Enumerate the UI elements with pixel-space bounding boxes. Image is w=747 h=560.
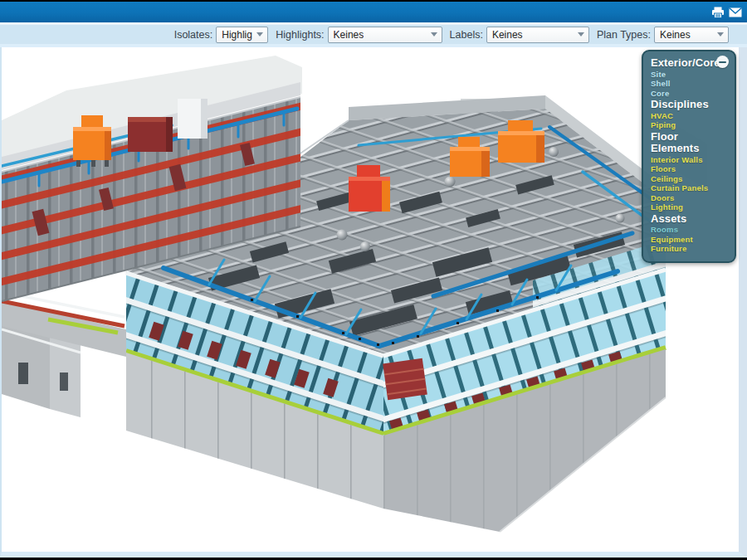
link-curtain-panels[interactable]: Curtain Panels — [651, 183, 727, 193]
plan-types-control: Plan Types: Keines — [597, 27, 729, 43]
white-penthouse — [178, 99, 208, 139]
category-panel: Exterior/Core Site Shell Core Discipline… — [642, 50, 736, 263]
link-floors[interactable]: Floors — [651, 164, 727, 174]
brick-core — [383, 358, 427, 400]
isolates-dropdown[interactable]: Highlight — [216, 27, 268, 43]
labels-dropdown[interactable]: Keines — [486, 27, 589, 43]
bim-viewer-window: Isolates: Highlight Highlights: Keines L… — [0, 0, 747, 560]
section-header-disciplines: Disciplines — [651, 99, 727, 111]
link-equipment[interactable]: Equipment — [651, 235, 727, 245]
collapse-panel-button[interactable] — [716, 56, 729, 68]
link-core[interactable]: Core — [651, 89, 727, 99]
link-furniture[interactable]: Furniture — [651, 244, 727, 254]
link-interior-walls[interactable]: Interior Walls — [651, 155, 727, 165]
chevron-down-icon — [256, 32, 263, 37]
highlights-control: Highlights: Keines — [276, 27, 442, 43]
link-hvac[interactable]: HVAC — [651, 111, 727, 121]
section-header-assets: Assets — [651, 213, 727, 226]
isolates-label: Isolates: — [174, 29, 213, 41]
view-options-toolbar: Isolates: Highlight Highlights: Keines L… — [0, 22, 747, 47]
chevron-down-icon — [717, 32, 724, 37]
highlights-label: Highlights: — [276, 29, 324, 41]
labels-label: Labels: — [450, 29, 483, 41]
link-doors[interactable]: Doors — [651, 193, 727, 203]
model-canvas: Exterior/Core Site Shell Core Discipline… — [0, 47, 747, 558]
link-site[interactable]: Site — [651, 70, 727, 80]
title-bar — [0, 2, 747, 22]
link-piping[interactable]: Piping — [651, 120, 727, 130]
link-lighting[interactable]: Lighting — [651, 202, 727, 212]
chevron-down-icon — [578, 32, 584, 37]
link-shell[interactable]: Shell — [651, 79, 727, 89]
isolates-control: Isolates: Highlight — [174, 27, 269, 43]
section-header-exterior-core: Exterior/Core — [651, 57, 727, 70]
plan-types-dropdown[interactable]: Keines — [654, 27, 729, 43]
highlights-dropdown[interactable]: Keines — [328, 27, 442, 43]
plan-types-label: Plan Types: — [597, 29, 651, 41]
building-model-viewport[interactable] — [2, 47, 739, 552]
red-penthouse — [128, 117, 173, 152]
link-ceilings[interactable]: Ceilings — [651, 174, 727, 184]
link-rooms[interactable]: Rooms — [651, 225, 727, 235]
chevron-down-icon — [431, 32, 437, 37]
section-header-floor-elements: Floor Elements — [651, 131, 727, 155]
labels-control: Labels: Keines — [450, 27, 589, 43]
print-icon[interactable] — [711, 7, 725, 18]
email-icon[interactable] — [729, 7, 742, 18]
